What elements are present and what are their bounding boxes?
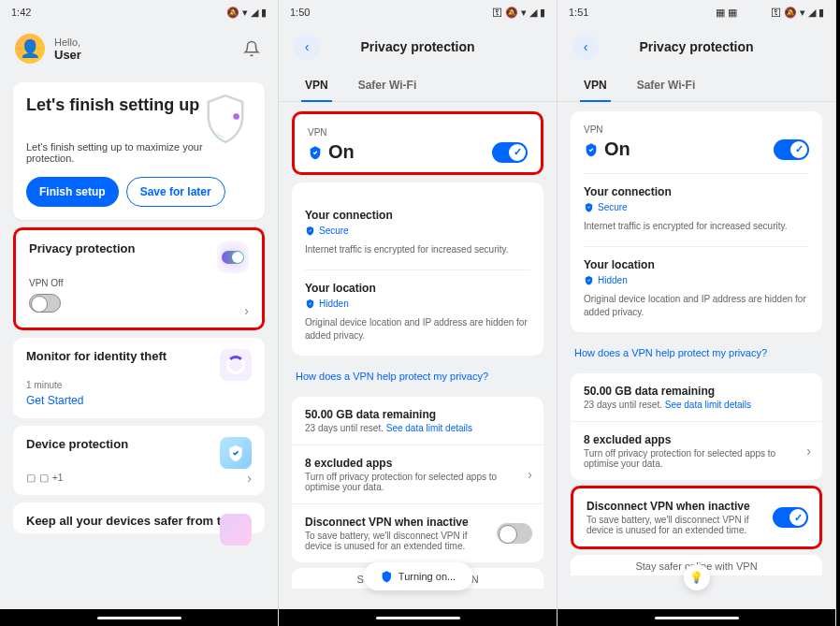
apps-title: 8 excluded apps [584,433,809,446]
app-icon-2: ▦ [728,7,737,19]
connection-desc: Internet traffic is encrypted for increa… [305,243,530,256]
shield-icon [380,570,393,583]
settings-card: 50.00 GB data remaining 23 days until re… [292,397,543,562]
chevron-right-icon: › [247,471,252,486]
status-bar: 1:51 ▦ ▦ ⚿ 🔕 ▾ ◢ ▮ [558,0,835,22]
save-later-button[interactable]: Save for later [126,177,225,207]
connection-title: Your connection [305,209,530,222]
shield-check-icon [305,226,315,236]
turning-on-pill: Turning on... [363,562,472,590]
hidden-badge: Hidden [305,298,349,309]
secure-badge: Secure [584,202,628,212]
vpn-off-label: VPN Off [29,278,249,288]
nav-bar [279,609,557,626]
keep-title: Keep all your devices safer from threat [26,514,252,528]
privacy-title: Privacy protection [29,241,249,255]
hello-text: Hello, [54,36,81,48]
location-title: Your location [305,282,530,295]
status-bar: 1:42 🔕 ▾ ◢ ▮ [0,0,278,22]
apps-sub: Turn off privacy protection for selected… [305,472,530,492]
tab-wifi[interactable]: Safer Wi-Fi [355,71,421,101]
monitor-icon: ▢ [26,472,36,484]
wifi-icon: ▾ [800,7,805,19]
disconnect-row: Disconnect VPN when inactive To save bat… [292,503,543,562]
data-link[interactable]: See data limit details [665,400,751,410]
privacy-protection-card[interactable]: Privacy protection VPN Off › [13,227,265,330]
identity-card[interactable]: Monitor for identity theft 1 minute Get … [13,338,265,418]
vpn-status-card: VPN On [292,111,543,175]
hidden-badge: Hidden [584,275,628,285]
apps-title: 8 excluded apps [305,457,530,470]
tab-wifi[interactable]: Safer Wi-Fi [633,71,700,101]
data-link[interactable]: See data limit details [386,423,472,433]
keep-safe-card[interactable]: Keep all your devices safer from threat [13,502,265,533]
tab-vpn[interactable]: VPN [301,71,332,101]
lightbulb-icon[interactable]: 💡 [684,564,710,590]
back-button[interactable]: ‹ [294,34,320,60]
back-button[interactable]: ‹ [572,34,599,60]
chevron-right-icon: › [244,303,249,318]
wifi-icon: ▾ [242,7,248,19]
device-title: Device protection [26,437,252,451]
battery-icon: ▮ [818,7,824,19]
data-title: 50.00 GB data remaining [584,385,809,398]
data-remaining-row[interactable]: 50.00 GB data remaining 23 days until re… [292,397,543,444]
vpn-status: On [308,141,355,163]
data-sub: 23 days until reset. See data limit deta… [305,423,530,433]
help-link[interactable]: How does a VPN help protect my privacy? [279,361,557,391]
bell-icon[interactable] [240,37,263,60]
data-title: 50.00 GB data remaining [305,408,530,421]
chevron-right-icon: › [806,444,811,459]
signal-icon: ◢ [808,7,816,19]
tab-vpn[interactable]: VPN [580,71,611,101]
disconnect-row: Disconnect VPN when inactive To save bat… [573,488,819,546]
keep-icon [220,514,252,546]
vpn-toggle[interactable] [492,142,528,163]
disconnect-toggle[interactable] [773,507,808,528]
status-time: 1:42 [11,7,31,18]
device-protection-card[interactable]: Device protection ▢ ▢ +1 › [13,426,265,495]
settings-card: 50.00 GB data remaining 23 days until re… [571,373,822,480]
shield-check-icon [308,145,323,160]
vpn-toggle[interactable] [29,294,61,313]
monitor-icon-2: ▢ [39,472,49,484]
excluded-apps-row[interactable]: 8 excluded apps Turn off privacy protect… [571,421,822,480]
get-started-link[interactable]: Get Started [26,394,252,407]
vpn-label: VPN [308,127,528,138]
app-icon: ▦ [716,7,725,19]
help-link[interactable]: How does a VPN help protect my privacy? [558,338,835,368]
signal-icon: ◢ [529,7,537,19]
status-time: 1:51 [569,7,588,18]
disconnect-card: Disconnect VPN when inactive To save bat… [571,486,822,549]
home-header: 👤 Hello, User [0,22,278,75]
tabs: VPN Safer Wi-Fi [558,71,835,102]
location-desc: Original device location and IP address … [305,316,530,342]
connection-info-card: Your connection Secure Internet traffic … [292,182,543,356]
nav-bar [0,609,278,626]
signal-icon: ◢ [251,7,258,19]
identity-sub: 1 minute [26,380,252,390]
status-time: 1:50 [290,7,310,18]
vpn-status-card: VPN On Your connection Secure Internet t… [571,111,822,332]
shield-check-icon [584,142,599,157]
nav-bar [558,609,835,626]
plus-count: +1 [52,473,63,483]
wifi-icon: ▾ [521,7,527,19]
status-bar: 1:50 ⚿ 🔕 ▾ ◢ ▮ [279,0,557,22]
data-sub: 23 days until reset. See data limit deta… [584,400,809,410]
disconnect-toggle[interactable] [497,523,532,544]
setup-card: Let's finish setting up Let's finish set… [13,82,265,220]
vpn-status: On [584,138,630,160]
battery-icon: ▮ [261,7,267,19]
status-icons: ⚿ 🔕 ▾ ◢ ▮ [492,7,545,19]
shield-check-icon [305,298,315,309]
excluded-apps-row[interactable]: 8 excluded apps Turn off privacy protect… [292,444,543,503]
vpn-toggle[interactable] [774,139,809,160]
vpn-label: VPN [584,124,809,135]
identity-icon [220,349,252,381]
data-remaining-row[interactable]: 50.00 GB data remaining 23 days until re… [571,373,822,421]
avatar[interactable]: 👤 [15,34,45,64]
mute-icon: 🔕 [784,7,797,19]
finish-setup-button[interactable]: Finish setup [26,177,119,207]
location-title: Your location [584,258,809,271]
